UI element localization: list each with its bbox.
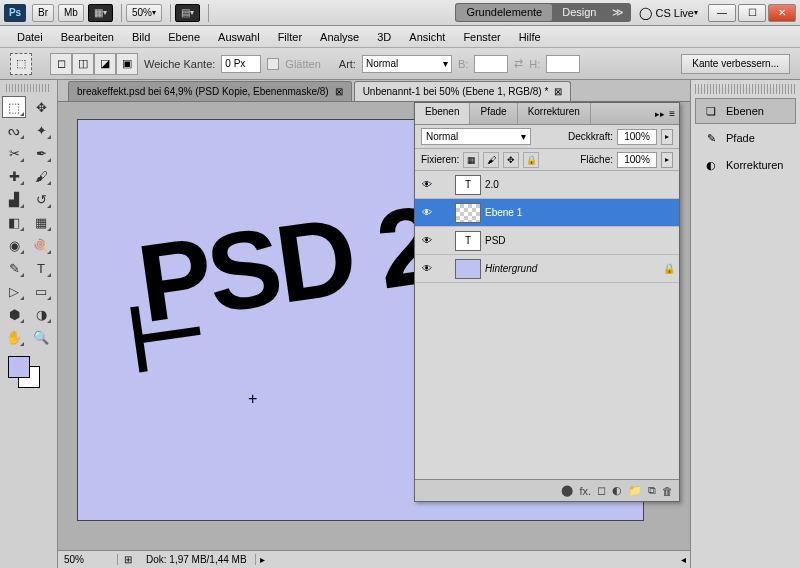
menu-analyse[interactable]: Analyse	[311, 28, 368, 46]
dock-handle[interactable]	[695, 84, 796, 94]
pen-tool[interactable]: ✎	[2, 257, 26, 279]
magic-wand-tool[interactable]: ✦	[29, 119, 53, 141]
eraser-tool[interactable]: ◧	[2, 211, 26, 233]
color-swatches[interactable]	[2, 354, 55, 390]
marquee-tool[interactable]: ⬚	[2, 96, 26, 118]
path-selection-tool[interactable]: ▷	[2, 280, 26, 302]
dock-item-ebenen[interactable]: ❏Ebenen	[695, 98, 796, 124]
status-icon[interactable]: ⊞	[118, 554, 138, 565]
dodge-tool[interactable]: 🍭	[29, 234, 53, 256]
hand-tool[interactable]: ✋	[2, 326, 26, 348]
panel-collapse-icon[interactable]: ▸▸	[655, 109, 665, 119]
3d-tool[interactable]: ⬢	[2, 303, 26, 325]
layer-thumbnail[interactable]	[455, 203, 481, 223]
healing-brush-tool[interactable]: ✚	[2, 165, 26, 187]
layer-style-button[interactable]: fx.	[579, 485, 591, 497]
layer-row[interactable]: 👁 Hintergrund 🔒	[415, 255, 679, 283]
layer-row[interactable]: 👁 T PSD	[415, 227, 679, 255]
selection-new-button[interactable]: ◻	[50, 53, 72, 75]
selection-add-button[interactable]: ◫	[72, 53, 94, 75]
crop-tool[interactable]: ✂	[2, 142, 26, 164]
foreground-color-swatch[interactable]	[8, 356, 30, 378]
feather-input[interactable]	[221, 55, 261, 73]
menu-ansicht[interactable]: Ansicht	[400, 28, 454, 46]
layer-mask-button[interactable]: ◻	[597, 484, 606, 497]
toolbox-handle[interactable]	[6, 84, 51, 92]
panel-tab-pfade[interactable]: Pfade	[470, 103, 517, 124]
close-tab-icon[interactable]: ⊠	[554, 86, 562, 97]
visibility-toggle-icon[interactable]: 👁	[419, 263, 435, 274]
opacity-slider-button[interactable]: ▸	[661, 129, 673, 145]
bridge-button[interactable]: Br	[32, 4, 54, 22]
shape-tool[interactable]: ▭	[29, 280, 53, 302]
arrange-documents-button[interactable]: ▤	[175, 4, 200, 22]
adjustment-layer-button[interactable]: ◐	[612, 484, 622, 497]
3d-camera-tool[interactable]: ◑	[29, 303, 53, 325]
lock-image-button[interactable]: 🖌	[483, 152, 499, 168]
menu-ebene[interactable]: Ebene	[159, 28, 209, 46]
status-zoom[interactable]: 50%	[58, 554, 118, 565]
document-tab-2[interactable]: Unbenannt-1 bei 50% (Ebene 1, RGB/8) *⊠	[354, 81, 572, 101]
menu-auswahl[interactable]: Auswahl	[209, 28, 269, 46]
zoom-level-dropdown[interactable]: 50%	[126, 4, 162, 22]
layer-row[interactable]: 👁 Ebene 1	[415, 199, 679, 227]
menu-fenster[interactable]: Fenster	[454, 28, 509, 46]
delete-layer-button[interactable]: 🗑	[662, 485, 673, 497]
close-tab-icon[interactable]: ⊠	[335, 86, 343, 97]
brush-tool[interactable]: 🖌	[29, 165, 53, 187]
workspace-more-button[interactable]: ≫	[606, 4, 630, 21]
clone-stamp-tool[interactable]: ▟	[2, 188, 26, 210]
menu-filter[interactable]: Filter	[269, 28, 311, 46]
history-brush-tool[interactable]: ↺	[29, 188, 53, 210]
document-tab-1[interactable]: breakeffekt.psd bei 64,9% (PSD Kopie, Eb…	[68, 81, 352, 101]
blend-mode-select[interactable]: Normal▾	[421, 128, 531, 145]
refine-edge-button[interactable]: Kante verbessern...	[681, 54, 790, 74]
layer-group-button[interactable]: 📁	[628, 484, 642, 497]
style-select[interactable]: Normal▾	[362, 55, 452, 73]
panel-tab-korrekturen[interactable]: Korrekturen	[518, 103, 591, 124]
panel-tab-ebenen[interactable]: Ebenen	[415, 103, 470, 124]
lock-transparent-button[interactable]: ▦	[463, 152, 479, 168]
menu-hilfe[interactable]: Hilfe	[510, 28, 550, 46]
visibility-toggle-icon[interactable]: 👁	[419, 235, 435, 246]
layer-thumbnail[interactable]: T	[455, 231, 481, 251]
antialias-checkbox[interactable]	[267, 58, 279, 70]
type-tool[interactable]: T	[29, 257, 53, 279]
lock-all-button[interactable]: 🔒	[523, 152, 539, 168]
menu-datei[interactable]: Datei	[8, 28, 52, 46]
layer-thumbnail[interactable]: T	[455, 175, 481, 195]
window-minimize-button[interactable]: —	[708, 4, 736, 22]
scroll-left-button[interactable]: ◂	[677, 554, 690, 565]
lock-position-button[interactable]: ✥	[503, 152, 519, 168]
layer-name[interactable]: 2.0	[485, 179, 675, 190]
cslive-button[interactable]: CS Live	[639, 6, 698, 20]
status-menu-button[interactable]: ▸	[256, 554, 269, 565]
fill-slider-button[interactable]: ▸	[661, 152, 673, 168]
eyedropper-tool[interactable]: ✒	[29, 142, 53, 164]
menu-bearbeiten[interactable]: Bearbeiten	[52, 28, 123, 46]
fill-input[interactable]: 100%	[617, 152, 657, 168]
window-close-button[interactable]: ✕	[768, 4, 796, 22]
move-tool[interactable]: ✥	[29, 96, 53, 118]
workspace-tab-design[interactable]: Design	[552, 4, 606, 21]
gradient-tool[interactable]: ▦	[29, 211, 53, 233]
lasso-tool[interactable]: ᔓ	[2, 119, 26, 141]
new-layer-button[interactable]: ⧉	[648, 484, 656, 497]
blur-tool[interactable]: ◉	[2, 234, 26, 256]
dock-item-korrekturen[interactable]: ◐Korrekturen	[695, 152, 796, 178]
link-layers-button[interactable]: ⬤	[561, 484, 573, 497]
zoom-tool[interactable]: 🔍	[29, 326, 53, 348]
minibridge-button[interactable]: Mb	[58, 4, 84, 22]
layer-name[interactable]: PSD	[485, 235, 675, 246]
visibility-toggle-icon[interactable]: 👁	[419, 179, 435, 190]
panel-menu-icon[interactable]: ≡	[669, 108, 675, 119]
opacity-input[interactable]: 100%	[617, 129, 657, 145]
menu-3d[interactable]: 3D	[368, 28, 400, 46]
selection-intersect-button[interactable]: ▣	[116, 53, 138, 75]
layer-row[interactable]: 👁 T 2.0	[415, 171, 679, 199]
layer-thumbnail[interactable]	[455, 259, 481, 279]
layer-name[interactable]: Hintergrund	[485, 263, 659, 274]
marquee-tool-icon[interactable]: ⬚	[10, 53, 32, 75]
dock-item-pfade[interactable]: ✎Pfade	[695, 125, 796, 151]
menu-bild[interactable]: Bild	[123, 28, 159, 46]
